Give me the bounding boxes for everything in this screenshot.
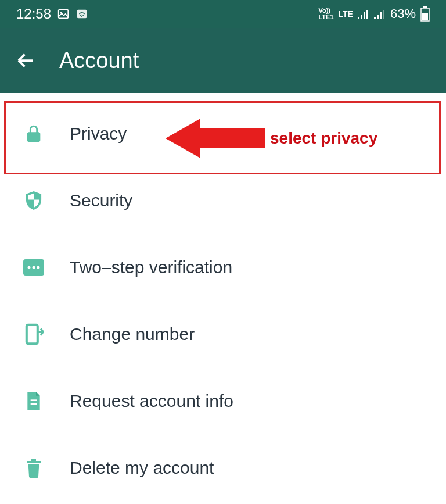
document-icon (23, 391, 44, 412)
status-left: 12:58 (16, 6, 88, 22)
lte-icon: LTE (339, 11, 353, 17)
lock-icon (23, 123, 44, 144)
change-icon (23, 324, 44, 345)
battery-icon (420, 6, 430, 22)
list-item-delete-account[interactable]: Delete my account (0, 434, 446, 501)
list-label: Privacy (70, 124, 127, 144)
svg-rect-10 (380, 12, 382, 19)
svg-rect-20 (31, 399, 37, 401)
settings-list: Privacy Security Two–step verification C… (0, 93, 446, 501)
image-icon (57, 8, 70, 20)
svg-rect-19 (27, 324, 38, 344)
shield-icon (23, 190, 44, 211)
back-button[interactable] (15, 50, 36, 71)
svg-point-18 (37, 266, 40, 269)
dots-icon (23, 257, 44, 278)
svg-rect-5 (361, 15, 362, 19)
list-label: Change number (70, 324, 195, 344)
status-right: Vo)) LTE1 LTE 63% (318, 6, 430, 22)
svg-point-17 (33, 266, 35, 269)
svg-rect-21 (31, 403, 37, 405)
list-item-security[interactable]: Security (0, 167, 446, 234)
app-header: Account (0, 28, 446, 93)
svg-point-16 (28, 266, 31, 269)
svg-rect-8 (374, 17, 376, 19)
list-label: Delete my account (70, 458, 214, 478)
list-label: Security (70, 191, 132, 210)
svg-point-3 (81, 16, 82, 17)
svg-rect-23 (31, 459, 36, 461)
status-time: 12:58 (16, 6, 51, 22)
header-title: Account (59, 48, 139, 73)
list-label: Two–step verification (70, 258, 232, 277)
svg-rect-14 (422, 13, 428, 20)
svg-rect-22 (27, 461, 41, 463)
trash-icon (23, 457, 44, 478)
svg-rect-0 (59, 10, 69, 19)
signal-icon-1 (358, 9, 369, 19)
signal-icon-2 (374, 9, 386, 19)
svg-rect-11 (383, 10, 384, 19)
svg-rect-9 (377, 15, 379, 19)
status-bar: 12:58 Vo)) LTE1 LTE 63% (0, 0, 446, 28)
wifi-icon (75, 8, 88, 20)
list-item-privacy[interactable]: Privacy (0, 100, 446, 167)
list-item-change-number[interactable]: Change number (0, 301, 446, 367)
list-item-two-step[interactable]: Two–step verification (0, 234, 446, 301)
volte-icon: Vo)) LTE1 (318, 8, 333, 20)
list-label: Request account info (70, 391, 233, 411)
battery-percent: 63% (390, 6, 416, 22)
svg-rect-4 (358, 17, 359, 19)
list-item-request-info[interactable]: Request account info (0, 367, 446, 434)
svg-rect-6 (364, 12, 365, 19)
svg-rect-7 (366, 10, 368, 19)
